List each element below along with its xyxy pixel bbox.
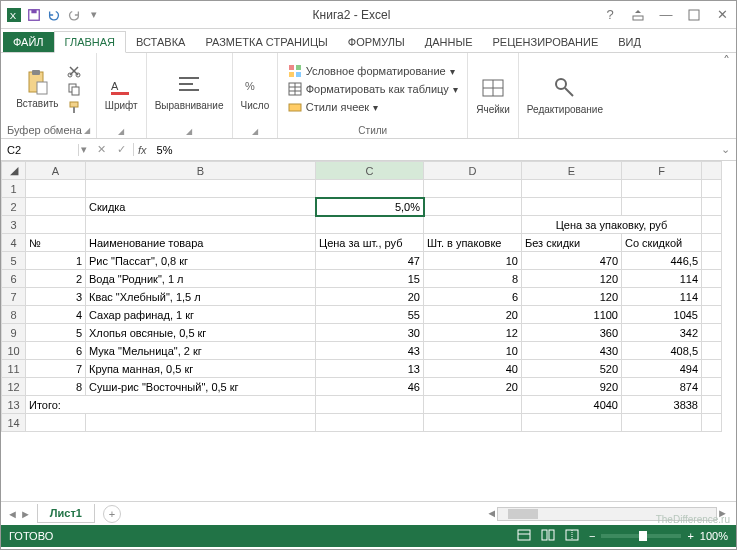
cell-F7[interactable]: 114 bbox=[622, 288, 702, 306]
conditional-formatting-button[interactable]: Условное форматирование ▾ bbox=[286, 63, 457, 79]
row-5[interactable]: 5 bbox=[2, 252, 26, 270]
ribbon-options-icon[interactable] bbox=[628, 5, 648, 25]
cancel-formula-icon[interactable]: ✕ bbox=[93, 143, 109, 156]
minimize-icon[interactable]: — bbox=[656, 5, 676, 25]
row-7[interactable]: 7 bbox=[2, 288, 26, 306]
cell-A7[interactable]: 3 bbox=[26, 288, 86, 306]
cell-B8[interactable]: Сахар рафинад, 1 кг bbox=[86, 306, 316, 324]
col-F[interactable]: F bbox=[622, 162, 702, 180]
cell-B11[interactable]: Крупа манная, 0,5 кг bbox=[86, 360, 316, 378]
col-D[interactable]: D bbox=[424, 162, 522, 180]
tab-view[interactable]: ВИД bbox=[608, 32, 651, 52]
cell-F8[interactable]: 1045 bbox=[622, 306, 702, 324]
cell-E10[interactable]: 430 bbox=[522, 342, 622, 360]
format-as-table-button[interactable]: Форматировать как таблицу ▾ bbox=[286, 81, 460, 97]
sheet-tab-1[interactable]: Лист1 bbox=[37, 504, 95, 523]
font-button[interactable]: AШрифт bbox=[103, 68, 140, 113]
cell-A9[interactable]: 5 bbox=[26, 324, 86, 342]
cell-C8[interactable]: 55 bbox=[316, 306, 424, 324]
row-10[interactable]: 10 bbox=[2, 342, 26, 360]
cell-E3[interactable]: Цена за упаковку, руб bbox=[522, 216, 702, 234]
row-13[interactable]: 13 bbox=[2, 396, 26, 414]
font-launcher-icon[interactable]: ◢ bbox=[118, 127, 124, 136]
col-B[interactable]: B bbox=[86, 162, 316, 180]
row-11[interactable]: 11 bbox=[2, 360, 26, 378]
cell-C2-selected[interactable]: 5,0% bbox=[316, 198, 424, 216]
cell-B9[interactable]: Хлопья овсяные, 0,5 кг bbox=[86, 324, 316, 342]
cell-C4[interactable]: Цена за шт., руб bbox=[316, 234, 424, 252]
number-button[interactable]: %Число bbox=[239, 68, 272, 113]
row-6[interactable]: 6 bbox=[2, 270, 26, 288]
cell-F4[interactable]: Со скидкой bbox=[622, 234, 702, 252]
cell-B5[interactable]: Рис "Пассат", 0,8 кг bbox=[86, 252, 316, 270]
undo-icon[interactable] bbox=[45, 6, 63, 24]
alignment-button[interactable]: Выравнивание bbox=[153, 68, 226, 113]
view-page-layout-icon[interactable] bbox=[541, 529, 555, 543]
editing-button[interactable]: Редактирование bbox=[525, 72, 605, 117]
clipboard-launcher-icon[interactable]: ◢ bbox=[84, 126, 90, 135]
cell-F10[interactable]: 408,5 bbox=[622, 342, 702, 360]
tab-review[interactable]: РЕЦЕНЗИРОВАНИЕ bbox=[482, 32, 608, 52]
format-painter-icon[interactable] bbox=[65, 99, 83, 115]
cell-F11[interactable]: 494 bbox=[622, 360, 702, 378]
cell-D5[interactable]: 10 bbox=[424, 252, 522, 270]
view-normal-icon[interactable] bbox=[517, 529, 531, 543]
cell-B12[interactable]: Суши-рис "Восточный", 0,5 кг bbox=[86, 378, 316, 396]
tab-insert[interactable]: ВСТАВКА bbox=[126, 32, 195, 52]
zoom-in-icon[interactable]: + bbox=[687, 530, 693, 542]
cell-D10[interactable]: 10 bbox=[424, 342, 522, 360]
enter-formula-icon[interactable]: ✓ bbox=[113, 143, 129, 156]
align-launcher-icon[interactable]: ◢ bbox=[186, 127, 192, 136]
expand-formula-icon[interactable]: ⌄ bbox=[715, 143, 736, 156]
row-4[interactable]: 4 bbox=[2, 234, 26, 252]
copy-icon[interactable] bbox=[65, 81, 83, 97]
cell-C6[interactable]: 15 bbox=[316, 270, 424, 288]
row-1[interactable]: 1 bbox=[2, 180, 26, 198]
cell-B10[interactable]: Мука "Мельница", 2 кг bbox=[86, 342, 316, 360]
row-3[interactable]: 3 bbox=[2, 216, 26, 234]
cell-F9[interactable]: 342 bbox=[622, 324, 702, 342]
row-8[interactable]: 8 bbox=[2, 306, 26, 324]
cell-E5[interactable]: 470 bbox=[522, 252, 622, 270]
cell-C12[interactable]: 46 bbox=[316, 378, 424, 396]
select-all[interactable]: ◢ bbox=[2, 162, 26, 180]
cell-C5[interactable]: 47 bbox=[316, 252, 424, 270]
zoom-out-icon[interactable]: − bbox=[589, 530, 595, 542]
tab-page-layout[interactable]: РАЗМЕТКА СТРАНИЦЫ bbox=[195, 32, 337, 52]
cell-C7[interactable]: 20 bbox=[316, 288, 424, 306]
cell-E13[interactable]: 4040 bbox=[522, 396, 622, 414]
name-box[interactable]: C2 bbox=[1, 144, 79, 156]
close-icon[interactable]: ✕ bbox=[712, 5, 732, 25]
redo-icon[interactable] bbox=[65, 6, 83, 24]
col-A[interactable]: A bbox=[26, 162, 86, 180]
cell-E7[interactable]: 120 bbox=[522, 288, 622, 306]
cells-button[interactable]: Ячейки bbox=[474, 72, 512, 117]
col-E[interactable]: E bbox=[522, 162, 622, 180]
tab-data[interactable]: ДАННЫЕ bbox=[415, 32, 483, 52]
cell-A10[interactable]: 6 bbox=[26, 342, 86, 360]
maximize-icon[interactable] bbox=[684, 5, 704, 25]
tab-file[interactable]: ФАЙЛ bbox=[3, 32, 54, 52]
add-sheet-icon[interactable]: + bbox=[103, 505, 121, 523]
cell-B7[interactable]: Квас "Хлебный", 1,5 л bbox=[86, 288, 316, 306]
cell-F12[interactable]: 874 bbox=[622, 378, 702, 396]
cell-C9[interactable]: 30 bbox=[316, 324, 424, 342]
cell-D8[interactable]: 20 bbox=[424, 306, 522, 324]
zoom-control[interactable]: − + 100% bbox=[589, 530, 728, 542]
cell-F5[interactable]: 446,5 bbox=[622, 252, 702, 270]
row-9[interactable]: 9 bbox=[2, 324, 26, 342]
view-page-break-icon[interactable] bbox=[565, 529, 579, 543]
namebox-dropdown-icon[interactable]: ▾ bbox=[79, 143, 89, 156]
cell-A4[interactable]: № bbox=[26, 234, 86, 252]
cell-A8[interactable]: 4 bbox=[26, 306, 86, 324]
cell-styles-button[interactable]: Стили ячеек ▾ bbox=[286, 99, 380, 115]
cell-D6[interactable]: 8 bbox=[424, 270, 522, 288]
save-icon[interactable] bbox=[25, 6, 43, 24]
row-14[interactable]: 14 bbox=[2, 414, 26, 432]
spreadsheet-grid[interactable]: ◢ A B C D E F 1 2Скидка5,0% 3Цена за упа… bbox=[1, 161, 736, 501]
fx-icon[interactable]: fx bbox=[134, 144, 151, 156]
cell-D9[interactable]: 12 bbox=[424, 324, 522, 342]
cell-A11[interactable]: 7 bbox=[26, 360, 86, 378]
cell-E4[interactable]: Без скидки bbox=[522, 234, 622, 252]
cell-B2[interactable]: Скидка bbox=[86, 198, 316, 216]
